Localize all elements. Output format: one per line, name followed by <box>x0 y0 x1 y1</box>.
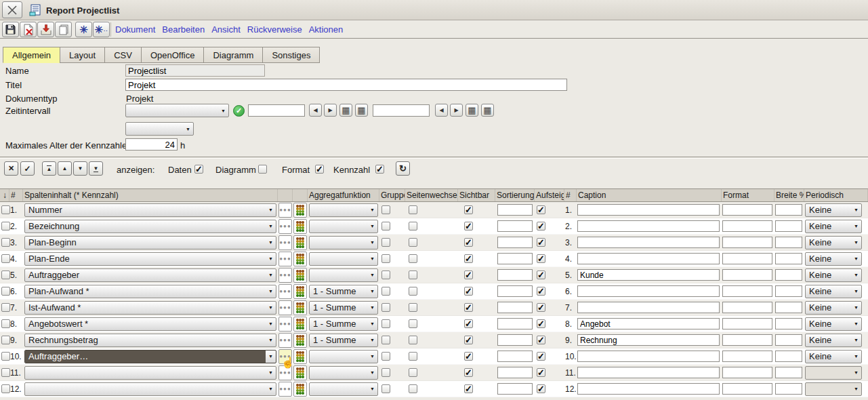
sichtbar-checkbox[interactable]: ✓ <box>464 319 473 328</box>
kennzahl-update-button[interactable]: ✳ <box>75 22 92 37</box>
date-from-calendar-button[interactable]: ▦ <box>339 104 352 117</box>
seitenwechsel-checkbox[interactable] <box>409 271 417 279</box>
date-from-calendar2-button[interactable]: ▦ <box>355 104 368 117</box>
column-content-select[interactable]: ▼ <box>24 366 276 380</box>
refresh-kennzahl-button[interactable]: ↻ <box>396 161 410 176</box>
titel-input[interactable] <box>125 79 567 91</box>
format-input[interactable] <box>722 285 772 297</box>
sichtbar-checkbox[interactable]: ✓ <box>464 352 473 361</box>
column-content-select[interactable]: Rechnungsbetrag▼ <box>24 334 276 347</box>
aufsteigend-checkbox[interactable]: ✓ <box>537 368 545 377</box>
move-down-button[interactable]: ▼ <box>73 161 87 176</box>
column-detail-button[interactable]: ●●● <box>278 300 292 315</box>
gruppe-checkbox[interactable] <box>381 222 390 231</box>
breite-input[interactable] <box>775 334 802 346</box>
breite-input[interactable] <box>775 220 802 232</box>
column-detail-button[interactable]: ●●● <box>278 365 292 380</box>
periodisch-select[interactable]: Keine▼ <box>805 252 862 266</box>
column-colors-button[interactable] <box>293 284 307 299</box>
date-to-calendar-button[interactable]: ▦ <box>466 104 478 117</box>
column-detail-button[interactable]: ●●● <box>278 284 292 299</box>
column-colors-button[interactable] <box>293 219 307 234</box>
gruppe-checkbox[interactable] <box>381 336 390 344</box>
sichtbar-checkbox[interactable]: ✓ <box>464 238 473 247</box>
tab-openoffice[interactable]: OpenOffice <box>141 47 205 63</box>
caption-input[interactable] <box>577 367 720 378</box>
aggregate-function-select[interactable]: ▼ <box>309 236 378 249</box>
date-to-calendar2-button[interactable]: ▦ <box>481 104 494 117</box>
aggregate-function-select[interactable]: 1 - Summe▼ <box>309 301 378 315</box>
kennzahl-update-options-button[interactable]: ✳.. <box>93 22 110 37</box>
sortierung-input[interactable] <box>497 383 533 395</box>
column-content-select[interactable]: Bezeichnung▼ <box>24 220 276 233</box>
periodisch-select[interactable]: Keine▼ <box>805 203 862 217</box>
anzeigen-kennzahl-checkbox[interactable]: ✓ <box>375 165 384 174</box>
format-input[interactable] <box>722 204 772 216</box>
periodisch-select[interactable]: Keine▼ <box>805 317 862 331</box>
format-input[interactable] <box>722 302 772 313</box>
format-input[interactable] <box>722 269 772 281</box>
seitenwechsel-checkbox[interactable] <box>409 254 417 263</box>
aufsteigend-checkbox[interactable]: ✓ <box>537 319 545 328</box>
seitenwechsel-checkbox[interactable] <box>409 238 417 247</box>
aufsteigend-checkbox[interactable]: ✓ <box>537 205 545 214</box>
aufsteigend-checkbox[interactable]: ✓ <box>537 287 545 296</box>
gruppe-checkbox[interactable] <box>381 205 390 214</box>
breite-input[interactable] <box>775 285 802 297</box>
menu-item-bearbeiten[interactable]: Bearbeiten <box>162 24 205 35</box>
aggregate-function-select[interactable]: ▼ <box>309 220 378 233</box>
name-input[interactable] <box>125 64 265 77</box>
column-colors-button[interactable] <box>293 349 307 364</box>
seitenwechsel-checkbox[interactable] <box>409 384 417 393</box>
caption-input[interactable] <box>577 204 720 216</box>
format-input[interactable] <box>722 351 772 362</box>
tab-layout[interactable]: Layout <box>60 47 105 63</box>
check-rows-button[interactable]: ✓ <box>20 161 35 176</box>
aggregate-function-select[interactable]: ▼ <box>309 252 378 266</box>
format-input[interactable] <box>722 237 772 248</box>
gruppe-checkbox[interactable] <box>381 352 390 361</box>
column-detail-button[interactable]: ●●● <box>278 317 292 332</box>
seitenwechsel-checkbox[interactable] <box>409 319 417 328</box>
breite-input[interactable] <box>775 318 802 329</box>
caption-input[interactable] <box>577 334 720 346</box>
sichtbar-checkbox[interactable]: ✓ <box>464 271 473 279</box>
tab-csv[interactable]: CSV <box>104 47 142 63</box>
gruppe-checkbox[interactable] <box>381 384 390 393</box>
tab-diagramm[interactable]: Diagramm <box>203 47 263 63</box>
breite-input[interactable] <box>775 237 802 248</box>
column-colors-button[interactable] <box>293 365 307 380</box>
aggregate-function-select[interactable]: 1 - Summe▼ <box>309 334 378 347</box>
column-content-select[interactable]: Plan-Aufwand *▼ <box>24 285 276 298</box>
move-top-button[interactable]: ▲ <box>42 161 56 176</box>
periodisch-select[interactable]: Keine▼ <box>805 285 862 298</box>
sichtbar-checkbox[interactable]: ✓ <box>464 303 473 312</box>
date-to-next-button[interactable]: ▶ <box>450 104 463 117</box>
format-input[interactable] <box>722 383 772 395</box>
date-from-input[interactable] <box>248 104 305 117</box>
periodisch-select[interactable]: Keine▼ <box>805 268 862 282</box>
sichtbar-checkbox[interactable]: ✓ <box>464 336 473 344</box>
aufsteigend-checkbox[interactable]: ✓ <box>537 238 545 247</box>
sortierung-input[interactable] <box>497 351 533 362</box>
periodisch-select[interactable]: Keine▼ <box>805 301 862 315</box>
column-colors-button[interactable] <box>293 317 307 332</box>
zeitintervall-sub-select[interactable]: ▼ <box>125 122 194 136</box>
aggregate-function-select[interactable]: ▼ <box>309 366 378 380</box>
aggregate-function-select[interactable]: ▼ <box>309 203 378 217</box>
checkin-button[interactable] <box>37 22 54 37</box>
column-content-select[interactable]: Auftraggeber…▼ <box>24 350 276 363</box>
caption-input[interactable] <box>577 253 720 264</box>
date-from-prev-button[interactable]: ◀ <box>309 104 322 117</box>
aggregate-function-select[interactable]: ▼ <box>309 268 378 282</box>
format-input[interactable] <box>722 367 772 378</box>
breite-input[interactable] <box>775 367 802 378</box>
gruppe-checkbox[interactable] <box>381 319 390 328</box>
aufsteigend-checkbox[interactable]: ✓ <box>537 271 545 279</box>
aufsteigend-checkbox[interactable]: ✓ <box>537 303 545 312</box>
column-detail-button[interactable]: ●●● <box>278 333 292 348</box>
sichtbar-checkbox[interactable]: ✓ <box>464 222 473 231</box>
caption-input[interactable] <box>577 269 720 281</box>
periodisch-select[interactable]: ▼ <box>805 382 862 396</box>
column-detail-button[interactable]: ●●● <box>278 219 292 234</box>
